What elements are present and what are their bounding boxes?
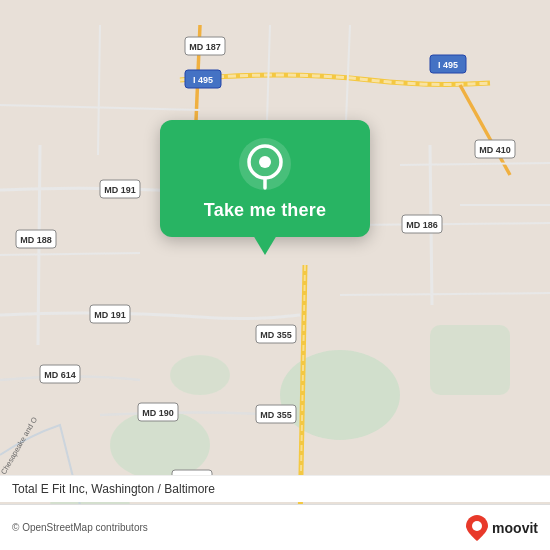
svg-text:MD 614: MD 614 bbox=[44, 370, 76, 380]
svg-text:MD 355: MD 355 bbox=[260, 330, 292, 340]
svg-text:MD 187: MD 187 bbox=[189, 42, 221, 52]
svg-point-1 bbox=[280, 350, 400, 440]
moovit-logo: moovit bbox=[466, 515, 538, 541]
svg-text:I 495: I 495 bbox=[438, 60, 458, 70]
svg-point-5 bbox=[170, 355, 230, 395]
svg-text:I 495: I 495 bbox=[193, 75, 213, 85]
navigation-popup[interactable]: Take me there bbox=[160, 120, 370, 237]
moovit-pin-icon bbox=[466, 515, 488, 541]
svg-text:MD 191: MD 191 bbox=[104, 185, 136, 195]
svg-text:MD 188: MD 188 bbox=[20, 235, 52, 245]
map-container: MD 187 I 495 I 495 MD 191 MD 18 MD 410 M… bbox=[0, 0, 550, 550]
svg-text:MD 190: MD 190 bbox=[142, 408, 174, 418]
moovit-brand-text: moovit bbox=[492, 520, 538, 536]
svg-rect-3 bbox=[430, 325, 510, 395]
svg-text:MD 410: MD 410 bbox=[479, 145, 511, 155]
location-label-bar: Total E Fit Inc, Washington / Baltimore bbox=[0, 475, 550, 502]
svg-point-39 bbox=[472, 521, 482, 531]
map-attribution: © OpenStreetMap contributors bbox=[12, 522, 148, 533]
bottom-bar: © OpenStreetMap contributors moovit bbox=[0, 504, 550, 550]
svg-text:MD 186: MD 186 bbox=[406, 220, 438, 230]
location-pin-icon bbox=[239, 138, 291, 190]
svg-text:MD 191: MD 191 bbox=[94, 310, 126, 320]
location-text: Total E Fit Inc, Washington / Baltimore bbox=[12, 482, 215, 496]
take-me-there-label: Take me there bbox=[204, 200, 326, 221]
svg-text:MD 355: MD 355 bbox=[260, 410, 292, 420]
svg-point-37 bbox=[259, 156, 271, 168]
map-svg: MD 187 I 495 I 495 MD 191 MD 18 MD 410 M… bbox=[0, 0, 550, 550]
